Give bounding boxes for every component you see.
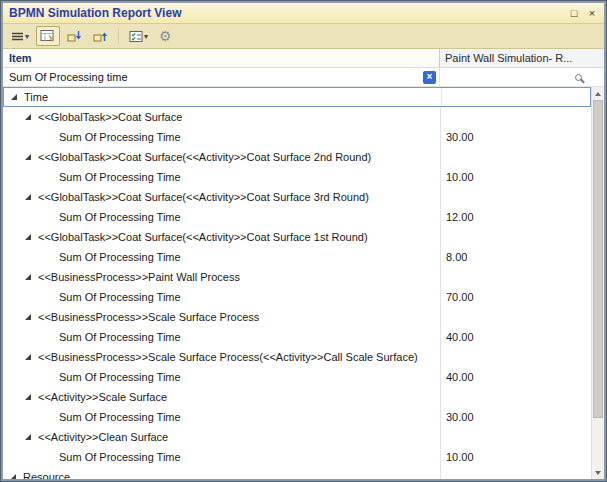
expand-icon[interactable] — [25, 234, 31, 240]
edit-report-button[interactable] — [36, 26, 60, 46]
chevron-down-icon: ▾ — [25, 32, 29, 41]
element-row[interactable]: <<GlobalTask>>Coat Surface(<<Activity>>C… — [3, 227, 591, 247]
metric-row[interactable]: Sum Of Processing Time12.00 — [3, 207, 591, 227]
group-label: Resource — [23, 471, 70, 479]
expand-icon[interactable] — [25, 314, 31, 320]
group-collapse-button[interactable] — [63, 26, 86, 46]
metric-label: Sum Of Processing Time — [59, 291, 181, 303]
group-value-cell — [441, 88, 590, 106]
expand-icon[interactable] — [10, 474, 16, 479]
hamburger-icon — [11, 31, 24, 42]
element-name: <<BusinessProcess>>Scale Surface Process — [38, 311, 259, 323]
expand-icon[interactable] — [25, 394, 31, 400]
element-value-cell — [440, 267, 591, 287]
metric-row[interactable]: Sum Of Processing Time10.00 — [3, 447, 591, 467]
element-row[interactable]: <<Activity>>Clean Surface — [3, 427, 591, 447]
scroll-down-icon — [595, 471, 601, 475]
expand-icon[interactable] — [11, 94, 17, 100]
metric-value-cell: 12.00 — [440, 207, 591, 227]
metric-row[interactable]: Sum Of Processing Time40.00 — [3, 327, 591, 347]
metric-cell: Sum Of Processing Time — [3, 247, 440, 267]
hamburger-menu-button[interactable]: ▾ — [7, 26, 33, 46]
metric-cell: Sum Of Processing Time — [3, 207, 440, 227]
expand-icon[interactable] — [25, 194, 31, 200]
element-cell: <<BusinessProcess>>Scale Surface Process… — [3, 347, 440, 367]
filter-row: Sum Of Processing time × — [3, 68, 604, 87]
element-cell: <<BusinessProcess>>Scale Surface Process — [3, 307, 440, 327]
metric-row[interactable]: Sum Of Processing Time30.00 — [3, 407, 591, 427]
column-header-simulation[interactable]: Paint Wall Simulation- R... — [440, 49, 604, 67]
scrollbar-track[interactable] — [592, 100, 604, 466]
metric-value: 30.00 — [446, 411, 474, 423]
options-checklist-button[interactable]: ▾ — [125, 26, 152, 46]
group-expand-button[interactable] — [89, 26, 112, 46]
metric-label: Sum Of Processing Time — [59, 411, 181, 423]
metric-label: Sum Of Processing Time — [59, 451, 181, 463]
filter-input[interactable]: Sum Of Processing time — [9, 71, 423, 83]
settings-button[interactable]: ⚙ — [155, 26, 176, 46]
element-cell: <<BusinessProcess>>Paint Wall Process — [3, 267, 440, 287]
metric-value: 30.00 — [446, 131, 474, 143]
element-row[interactable]: <<BusinessProcess>>Scale Surface Process… — [3, 347, 591, 367]
expand-icon[interactable] — [25, 114, 31, 120]
expand-icon[interactable] — [25, 274, 31, 280]
metric-value-cell: 8.00 — [440, 247, 591, 267]
group-cell: Resource — [3, 467, 440, 479]
metric-value: 40.00 — [446, 371, 474, 383]
metric-value: 8.00 — [446, 251, 467, 263]
element-row[interactable]: <<BusinessProcess>>Paint Wall Process — [3, 267, 591, 287]
group-row-resource[interactable]: Resource — [3, 467, 591, 479]
metric-cell: Sum Of Processing Time — [3, 407, 440, 427]
metric-cell: Sum Of Processing Time — [3, 327, 440, 347]
element-row[interactable]: <<GlobalTask>>Coat Surface(<<Activity>>C… — [3, 187, 591, 207]
metric-value-cell: 30.00 — [440, 127, 591, 147]
group-row-time[interactable]: Time — [3, 87, 591, 107]
metric-row[interactable]: Sum Of Processing Time30.00 — [3, 127, 591, 147]
maximize-button[interactable]: □ — [566, 6, 582, 21]
metric-value: 10.00 — [446, 451, 474, 463]
metric-cell: Sum Of Processing Time — [3, 287, 440, 307]
vertical-scrollbar[interactable] — [591, 87, 604, 479]
metric-row[interactable]: Sum Of Processing Time8.00 — [3, 247, 591, 267]
element-row[interactable]: <<BusinessProcess>>Scale Surface Process — [3, 307, 591, 327]
element-value-cell — [440, 147, 591, 167]
expand-icon[interactable] — [25, 434, 31, 440]
rows-area: Time<<GlobalTask>>Coat SurfaceSum Of Pro… — [3, 87, 604, 479]
element-cell: <<GlobalTask>>Coat Surface — [3, 107, 440, 127]
metric-value-cell: 40.00 — [440, 367, 591, 387]
gear-icon: ⚙ — [159, 29, 172, 43]
element-value-cell — [440, 307, 591, 327]
window-controls: □ × — [566, 6, 600, 21]
scrollbar-thumb[interactable] — [593, 100, 603, 418]
column-header-simulation-label: Paint Wall Simulation- R... — [445, 52, 572, 64]
expand-icon[interactable] — [25, 154, 31, 160]
element-value-cell — [440, 107, 591, 127]
scroll-down-button[interactable] — [592, 466, 604, 479]
element-row[interactable]: <<GlobalTask>>Coat Surface(<<Activity>>C… — [3, 147, 591, 167]
metric-value-cell: 10.00 — [440, 167, 591, 187]
element-name: <<GlobalTask>>Coat Surface(<<Activity>>C… — [38, 191, 369, 203]
bpmn-simulation-report-window: BPMN Simulation Report View □ × ▾ — [0, 0, 607, 482]
scroll-up-button[interactable] — [592, 87, 604, 100]
element-cell: <<GlobalTask>>Coat Surface(<<Activity>>C… — [3, 187, 440, 207]
element-row[interactable]: <<Activity>>Scale Surface — [3, 387, 591, 407]
element-name: <<Activity>>Clean Surface — [38, 431, 168, 443]
column-header-row: Item Paint Wall Simulation- R... — [3, 49, 604, 68]
close-button[interactable]: × — [584, 6, 600, 21]
column-header-item[interactable]: Item — [3, 49, 440, 67]
metric-row[interactable]: Sum Of Processing Time40.00 — [3, 367, 591, 387]
metric-label: Sum Of Processing Time — [59, 211, 181, 223]
element-cell: <<GlobalTask>>Coat Surface(<<Activity>>C… — [3, 227, 440, 247]
element-value-cell — [440, 187, 591, 207]
tree-rows: Time<<GlobalTask>>Coat SurfaceSum Of Pro… — [3, 87, 591, 479]
report-edit-icon — [40, 29, 56, 43]
element-cell: <<Activity>>Scale Surface — [3, 387, 440, 407]
metric-row[interactable]: Sum Of Processing Time10.00 — [3, 167, 591, 187]
expand-icon[interactable] — [25, 354, 31, 360]
clear-filter-icon[interactable]: × — [423, 71, 436, 84]
group-expand-icon — [93, 29, 108, 43]
element-row[interactable]: <<GlobalTask>>Coat Surface — [3, 107, 591, 127]
search-icon[interactable] — [575, 74, 582, 81]
titlebar[interactable]: BPMN Simulation Report View □ × — [3, 3, 604, 24]
metric-row[interactable]: Sum Of Processing Time70.00 — [3, 287, 591, 307]
